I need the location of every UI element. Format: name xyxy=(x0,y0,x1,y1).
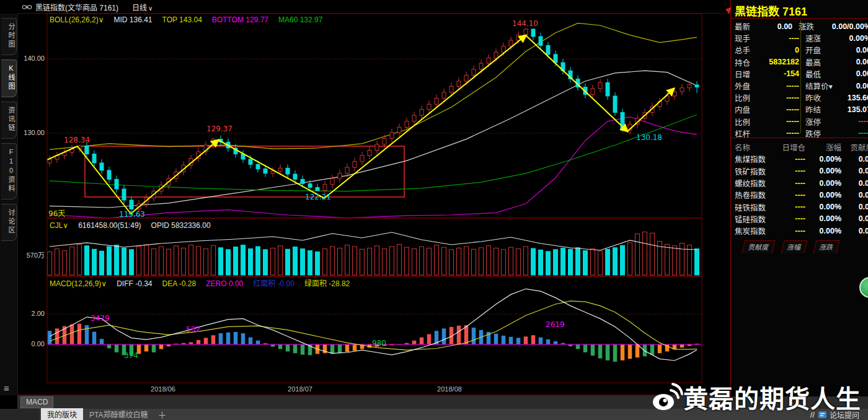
table-cell: 0.00 xyxy=(841,227,868,235)
quote-field: ----- xyxy=(760,94,799,102)
table-cell: 0.00% xyxy=(805,227,841,235)
table-cell: ---- xyxy=(776,179,805,188)
svg-text:122.21: 122.21 xyxy=(305,193,331,201)
table-row[interactable]: 硅铁指数----0.00%0.00 xyxy=(731,201,868,212)
indicator-value[interactable]: CJL∨ xyxy=(50,221,68,230)
quote-field: 5832182 xyxy=(760,58,799,66)
table-cell: 0.00 xyxy=(841,167,868,175)
svg-text:119.63: 119.63 xyxy=(119,210,145,219)
table-cell: 0.00% xyxy=(805,179,841,188)
table-cell: 热卷指数 xyxy=(731,189,776,201)
quote-field: 开盘 xyxy=(799,44,843,56)
quote-field: 比例 xyxy=(731,116,760,128)
quote-panel: 黑链指数 7161 最新0.00涨跌0.00/0.00%现手----速涨0.00… xyxy=(730,0,868,396)
quote-field: 0.00% xyxy=(843,34,868,43)
quote-field: 0.00/0.00% xyxy=(832,22,868,31)
indicator-value: MID 136.41 xyxy=(114,15,153,24)
boll-indicator-row[interactable]: BOLL(26,26,2)∨MID 136.41TOP 143.04BOTTOM… xyxy=(50,15,332,24)
table-row[interactable]: 铁矿指数----0.00%0.00 xyxy=(731,165,868,177)
quote-field: 135.07 xyxy=(843,105,868,114)
svg-text:532: 532 xyxy=(186,325,200,334)
svg-text:374: 374 xyxy=(124,351,138,360)
divider xyxy=(731,138,868,138)
quote-row: 比例-----涨停----- xyxy=(731,116,868,128)
table-cell: ---- xyxy=(776,214,805,223)
quote-field: 最高 xyxy=(799,56,843,68)
quote-field: 结算价▾ xyxy=(799,80,843,92)
table-cell: 0.00% xyxy=(805,191,841,199)
quote-grid: 最新0.00涨跌0.00/0.00%现手----速涨0.00%总手0开盘0.00… xyxy=(731,20,868,139)
table-row[interactable]: 螺纹指数----0.00%0.00 xyxy=(731,177,868,189)
table-row[interactable]: 锰硅指数----0.00%0.00 xyxy=(731,213,868,225)
quote-field: 最低 xyxy=(799,68,843,80)
app-window: 黑链指数(文华商品 7161) 日线∨ 分时图K线图资讯链F10资料讨论区 ≡ … xyxy=(0,0,868,420)
indicator-value: BOTTOM 129.77 xyxy=(212,15,268,24)
indicator-value: 6161458.00(51:49) xyxy=(78,221,141,230)
table-cell: ---- xyxy=(776,167,805,175)
indicator-value[interactable]: BOLL(26,26,2)∨ xyxy=(50,15,104,24)
quote-field: 0 xyxy=(760,46,799,55)
indicator-value: DIFF -0.34 xyxy=(117,279,152,288)
quote-field: 比例 xyxy=(731,92,760,103)
quote-field: 外盘 xyxy=(731,80,760,92)
sort-tab-涨跌[interactable]: 涨跌 xyxy=(813,240,839,253)
svg-text:96天: 96天 xyxy=(48,209,65,218)
quote-field: 0.00 xyxy=(843,82,868,90)
quote-field: 0.00 xyxy=(757,22,792,31)
table-cell: 0.00% xyxy=(805,167,841,175)
table-cell: 螺纹指数 xyxy=(731,177,776,189)
quote-field: 昨结 xyxy=(799,103,843,115)
quote-field: 涨停 xyxy=(799,116,843,128)
macd-indicator-row[interactable]: MACD(12,26,9)∨DIFF -0.34DEA -0.28ZERO 0.… xyxy=(50,278,360,288)
cjl-indicator-row[interactable]: CJL∨6161458.00(51:49)OPID 5832336.00 xyxy=(50,221,221,230)
table-row[interactable]: 焦炭指数----0.00%0.00 xyxy=(731,225,868,237)
indicator-value: ZERO 0.00 xyxy=(206,279,243,288)
quote-field: ----- xyxy=(843,129,868,138)
indicator-value: MA60 132.97 xyxy=(278,15,322,24)
svg-text:2619: 2619 xyxy=(546,320,565,329)
table-cell: 0.00 xyxy=(841,179,868,188)
column-header[interactable]: 日增仓 xyxy=(776,141,805,153)
svg-text:3479: 3479 xyxy=(91,314,110,323)
quote-field: 现手 xyxy=(731,32,760,44)
table-cell: ---- xyxy=(776,191,805,199)
indicator-value: OPID 5832336.00 xyxy=(151,221,211,230)
quote-field: 内盘 xyxy=(731,103,760,115)
table-cell: 焦炭指数 xyxy=(731,225,776,237)
quote-title: 黑链指数 7161 xyxy=(735,2,807,19)
column-header[interactable]: 名称 xyxy=(731,141,776,153)
table-cell: 0.00 xyxy=(841,214,868,223)
quote-field: 涨跌 xyxy=(792,20,832,32)
quote-field: 0.00 xyxy=(843,46,868,55)
quote-row: 最新0.00涨跌0.00/0.00% xyxy=(731,20,868,32)
svg-text:129.37: 129.37 xyxy=(206,125,232,133)
svg-text:980: 980 xyxy=(372,339,386,348)
quote-field: 0.00 xyxy=(843,58,868,66)
quote-row: 日增-154最低0.00 xyxy=(731,68,868,80)
table-cell: 0.00 xyxy=(841,203,868,211)
sort-tab-涨幅[interactable]: 涨幅 xyxy=(781,240,807,253)
quote-field: ----- xyxy=(843,117,868,126)
quote-field: 昨收 xyxy=(799,92,843,103)
table-cell: 0.00% xyxy=(805,155,841,164)
quote-row: 比例-----昨收135.66 xyxy=(731,92,868,103)
table-row[interactable]: 焦煤指数----0.00%0.00 xyxy=(731,153,868,165)
column-header[interactable]: 贡献度 xyxy=(841,141,868,153)
quote-field: 日增 xyxy=(731,68,760,80)
svg-text:144.10: 144.10 xyxy=(512,19,538,28)
table-cell: 0.00 xyxy=(841,191,868,199)
svg-text:130.18: 130.18 xyxy=(636,133,662,142)
table-row[interactable]: 热卷指数----0.00%0.00 xyxy=(731,189,868,201)
quote-row: 内盘-----昨结135.07 xyxy=(731,103,868,115)
quote-field: ----- xyxy=(760,129,799,138)
divider xyxy=(800,20,801,133)
quote-field: 135.66 xyxy=(843,94,868,102)
quote-field: ----- xyxy=(760,117,799,126)
indicator-value[interactable]: MACD(12,26,9)∨ xyxy=(50,279,107,288)
divider xyxy=(731,18,868,19)
contributor-table: 名称日增仓涨幅贡献度焦煤指数----0.00%0.00铁矿指数----0.00%… xyxy=(731,141,868,237)
sort-tab-贡献度[interactable]: 贡献度 xyxy=(742,240,775,253)
column-header[interactable]: 涨幅 xyxy=(805,141,841,153)
quote-field: ----- xyxy=(760,105,799,114)
quote-field: 总手 xyxy=(731,44,760,56)
